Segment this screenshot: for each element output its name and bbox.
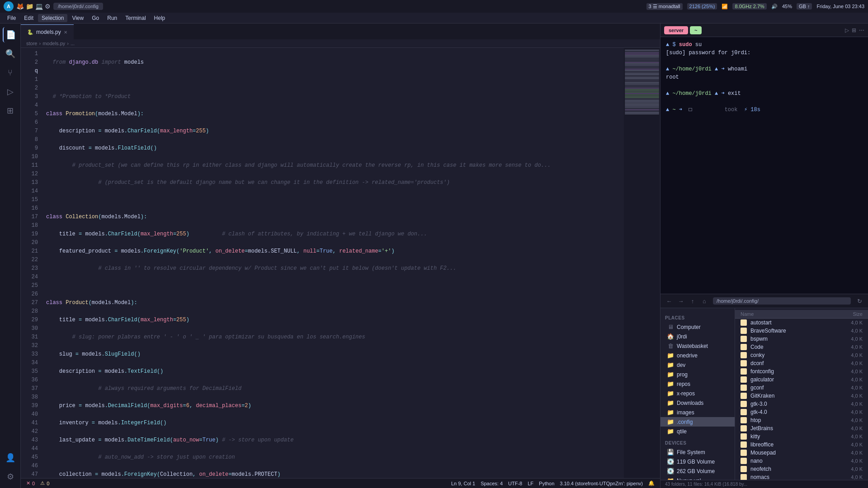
fm-home-button[interactable]: ⌂ — [699, 296, 709, 306]
ff-bspwm[interactable]: bspwm4,0 K — [735, 335, 868, 343]
spaces[interactable]: Spaces: 4 — [481, 481, 503, 486]
fm-item-xrepos[interactable]: 📁x-repos — [660, 389, 735, 398]
encoding[interactable]: UTF-8 — [508, 481, 522, 486]
ff-bravesoftware[interactable]: BraveSoftware4,0 K — [735, 327, 868, 335]
fm-item-config[interactable]: 📁.config — [660, 417, 735, 427]
ff-gtk40[interactable]: gtk-4.04,0 K — [735, 408, 868, 416]
error-count[interactable]: ✕ 0 — [26, 480, 35, 486]
ln-col[interactable]: Ln 9, Col 1 — [451, 481, 475, 486]
ff-nomacs[interactable]: nomacs4,0 K — [735, 473, 868, 480]
eol[interactable]: LF — [528, 481, 533, 486]
fm-item-images[interactable]: 📁images — [660, 408, 735, 417]
ff-htop[interactable]: htop4,0 K — [735, 416, 868, 424]
ff-fontconfig[interactable]: fontconfig4,0 K — [735, 367, 868, 375]
fm-item-nuevovol[interactable]: 📁Nuevo vol — [660, 476, 735, 480]
activity-source-control[interactable]: ⑂ — [3, 65, 18, 80]
ff-jetbrains[interactable]: JetBrains4,0 K — [735, 424, 868, 432]
folder-icon: 📁 — [667, 409, 674, 416]
ff-gconf[interactable]: gconf4,0 K — [735, 384, 868, 392]
fm-path-bar[interactable]: /home/j0rdi/.config/ — [713, 297, 851, 305]
bc-ellipsis[interactable]: ... — [71, 41, 75, 46]
fm-item-downloads[interactable]: 📁Downloads — [660, 398, 735, 408]
fm-item-119gb[interactable]: 💽119 GB Volume — [660, 457, 735, 466]
bc-store[interactable]: store — [26, 41, 37, 46]
fm-item-filesystem[interactable]: 💾File System — [660, 447, 735, 457]
topbar-left: A 🦊 📁 💻 ⚙ /home/j0rdi/.config — [4, 1, 103, 11]
activity-run-debug[interactable]: ▷ — [3, 84, 18, 99]
bell-icon[interactable]: 🔔 — [648, 480, 655, 486]
app-icon-4[interactable]: ⚙ — [45, 3, 51, 10]
terminal-content: ▲ $ sudo su [sudo] password for j0rdi: ▲… — [660, 37, 868, 294]
menubar: File Edit Selection View Go Run Terminal… — [0, 13, 868, 23]
ff-libreoffice[interactable]: libreoffice4,0 K — [735, 441, 868, 449]
language[interactable]: Python — [539, 481, 554, 486]
terminal-tab-server[interactable]: server — [664, 26, 688, 34]
menu-go[interactable]: Go — [88, 14, 103, 22]
activity-search[interactable]: 🔍 — [3, 46, 18, 61]
tab-models-py[interactable]: 🐍 models.py ✕ — [21, 24, 74, 39]
ff-neofetch[interactable]: neofetch4,0 K — [735, 465, 868, 473]
app-icon-1[interactable]: 🦊 — [16, 3, 24, 10]
fm-label: dev — [677, 362, 685, 368]
terminal-tab-tilde[interactable]: ~ — [690, 26, 702, 34]
activity-settings[interactable]: ⚙ — [3, 469, 18, 484]
ff-mousepad[interactable]: Mousepad4,0 K — [735, 449, 868, 457]
ff-dconf[interactable]: dconf4,0 K — [735, 359, 868, 367]
fm-item-onedrive[interactable]: 📁onedrive — [660, 351, 735, 360]
ff-kitty[interactable]: kitty4,0 K — [735, 432, 868, 441]
activity-account[interactable]: 👤 — [3, 450, 18, 465]
fm-label: Wastebasket — [677, 343, 708, 349]
fm-refresh-button[interactable]: ↻ — [854, 296, 864, 306]
activity-extensions[interactable]: ⊞ — [3, 103, 18, 118]
fm-item-dev[interactable]: 📁dev — [660, 360, 735, 370]
drive-icon: 💽 — [667, 468, 674, 474]
menu-help[interactable]: Help — [151, 14, 169, 22]
folder-icon — [741, 352, 747, 358]
fm-item-home[interactable]: 🏠j0rdi — [660, 332, 735, 341]
bc-models[interactable]: models.py — [42, 41, 65, 46]
folder-icon — [741, 458, 747, 464]
menu-file[interactable]: File — [4, 14, 19, 22]
menu-edit[interactable]: Edit — [20, 14, 37, 22]
fm-up-button[interactable]: ↑ — [688, 296, 698, 306]
fm-item-computer[interactable]: 🖥Computer — [660, 322, 735, 332]
menu-run[interactable]: Run — [104, 14, 121, 22]
activity-explorer[interactable]: 📄 — [3, 27, 18, 42]
menu-terminal[interactable]: Terminal — [122, 14, 149, 22]
app-icon-2[interactable]: 📁 — [26, 3, 33, 10]
fm-devices-label: Devices — [660, 439, 735, 447]
terminal-more-icon[interactable]: ⋯ — [859, 27, 864, 33]
app-icon-3[interactable]: 💻 — [35, 3, 43, 10]
folder-icon: 📁 — [667, 418, 674, 425]
fm-item-262gb[interactable]: 💽262 GB Volume — [660, 466, 735, 476]
menu-view[interactable]: View — [68, 14, 87, 22]
folder-icon: 📁 — [667, 399, 674, 406]
terminal-run-icon[interactable]: ▷ — [845, 27, 849, 33]
menu-selection[interactable]: Selection — [38, 14, 67, 22]
ff-code[interactable]: Code4,0 K — [735, 343, 868, 351]
ff-galculator[interactable]: galculator4,0 K — [735, 375, 868, 384]
fm-item-qtile[interactable]: 📁qtile — [660, 427, 735, 436]
python-version[interactable]: 3.10.4 (storefront-UTQpnZrn': pipenv) — [560, 481, 643, 486]
folder-icon — [741, 319, 747, 326]
fm-item-repos[interactable]: 📁repos — [660, 379, 735, 389]
ff-gitkraken[interactable]: GitKraken4,0 K — [735, 392, 868, 400]
fm-item-prog[interactable]: 📁prog — [660, 370, 735, 379]
code-content[interactable]: from django.db import models # *Promotio… — [42, 48, 624, 478]
warning-count[interactable]: ⚠ 0 — [40, 480, 49, 486]
fm-item-wastebasket[interactable]: 🗑Wastebasket — [660, 341, 735, 351]
fm-forward-button[interactable]: → — [676, 296, 686, 306]
ff-conky[interactable]: conky4,0 K — [735, 351, 868, 359]
folder-icon: 📁 — [667, 380, 674, 387]
code-editor: 1 2 q 1 2 3 4 5 6 7 8 9 10 11 12 13 14 1… — [21, 48, 660, 478]
tab-close-button[interactable]: ✕ — [64, 30, 67, 35]
ff-nano[interactable]: nano4,0 K — [735, 457, 868, 465]
fm-label: Downloads — [677, 400, 703, 406]
volume-pct: 45% — [782, 4, 792, 9]
terminal-split-icon[interactable]: ⊞ — [852, 27, 856, 33]
ff-gtk30[interactable]: gtk-3.04,0 K — [735, 400, 868, 408]
cpu-usage: 8.0GHz 2.7% — [732, 3, 766, 9]
ff-autostart[interactable]: autostart4,0 K — [735, 319, 868, 327]
folder-icon — [741, 344, 747, 350]
fm-back-button[interactable]: ← — [664, 296, 674, 306]
